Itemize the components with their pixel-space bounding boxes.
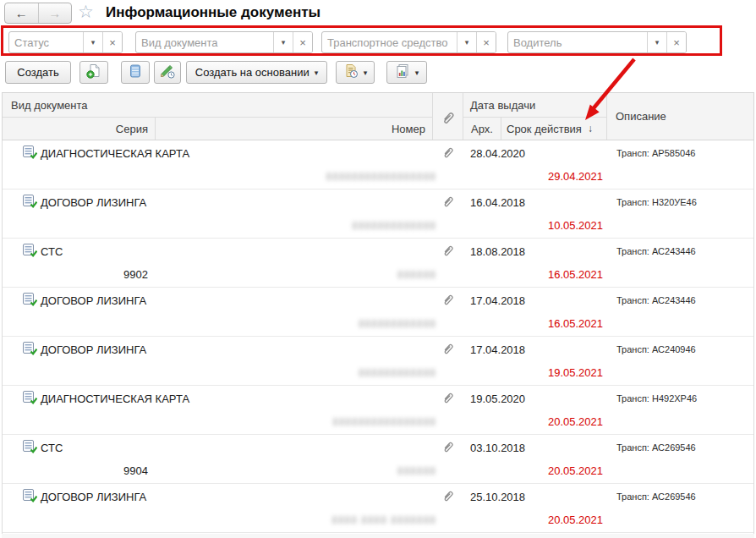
document-posted-icon: [23, 244, 37, 261]
description-cell: Трансп: АС240946: [616, 344, 696, 354]
pencil-clock-icon: [160, 63, 175, 81]
doc-type-cell: СТС: [41, 245, 63, 258]
edit-history-button[interactable]: [154, 61, 181, 84]
vehicle-filter-placeholder[interactable]: Транспортное средство: [322, 32, 457, 52]
favorite-star-icon[interactable]: ☆: [78, 2, 94, 22]
vehicle-filter-field[interactable]: Транспортное средство ▾ ×: [321, 31, 496, 53]
doc-number-redacted: 888888888888: [159, 318, 436, 330]
description-cell: Трансп: АС243446: [616, 246, 696, 256]
expiry-date-cell: 20.05.2021: [463, 513, 603, 526]
doc-kind-filter-field[interactable]: Вид документа ▾ ×: [135, 31, 313, 53]
doc-type-cell: СТС: [41, 442, 63, 454]
doc-type-cell: ДИАГНОСТИЧЕСКАЯ КАРТА: [41, 393, 189, 405]
chevron-down-icon: ▾: [364, 69, 368, 77]
doc-type-cell: ДОГОВОР ЛИЗИНГА: [41, 491, 146, 503]
expiry-date-cell: 20.05.2021: [463, 464, 603, 477]
table-row[interactable]: ДИАГНОСТИЧЕСКАЯ КАРТА 28.04.2020 Трансп:…: [3, 140, 753, 189]
description-cell: Трансп: Н320УЕ46: [616, 197, 697, 207]
page-title: Информационные документы: [106, 4, 320, 21]
create-based-on-label: Создать на основании: [195, 66, 310, 79]
description-cell: Трансп: АС269546: [616, 491, 696, 502]
create-button-label: Создать: [17, 66, 58, 79]
paperclip-icon: [442, 392, 453, 408]
expiry-date-cell: 16.05.2021: [463, 317, 603, 330]
chevron-down-icon[interactable]: ▾: [457, 32, 476, 52]
document-list: ДИАГНОСТИЧЕСКАЯ КАРТА 28.04.2020 Трансп:…: [2, 140, 754, 534]
chevron-down-icon[interactable]: ▾: [647, 32, 666, 52]
paperclip-icon: [442, 490, 453, 506]
status-filter-field[interactable]: Статус ▾ ×: [8, 31, 123, 53]
table-row[interactable]: ДОГОВОР ЛИЗИНГА 25.10.2018 Трансп: АС269…: [3, 484, 753, 533]
chevron-down-icon[interactable]: ▾: [83, 32, 102, 52]
status-filter-placeholder[interactable]: Статус: [9, 32, 83, 52]
column-header-doc-type[interactable]: Вид документа: [3, 93, 433, 118]
paperclip-icon: [442, 195, 453, 211]
create-based-on-button[interactable]: Создать на основании ▾: [186, 61, 327, 84]
document-posted-icon: [23, 293, 37, 310]
document-posted-icon: [23, 391, 37, 408]
forward-arrow-icon: →: [48, 6, 61, 20]
expiry-date-cell: 16.05.2021: [463, 268, 603, 281]
informational-documents-window: ← → ☆ Информационные документы Статус ▾ …: [0, 0, 756, 538]
clear-icon[interactable]: ×: [102, 32, 122, 52]
column-header-issue-date[interactable]: Дата выдачи: [463, 93, 607, 118]
column-header-number[interactable]: Номер: [156, 118, 433, 140]
sort-descending-icon: ↓: [588, 123, 593, 134]
table-row[interactable]: СТС 18.08.2018 Трансп: АС243446 9902 888…: [3, 239, 753, 288]
description-cell: Трансп: АС269546: [616, 442, 696, 453]
document-posted-icon: [23, 489, 37, 506]
table-row[interactable]: СТС 03.10.2018 Трансп: АС269546 9904 888…: [3, 435, 753, 484]
driver-filter-placeholder[interactable]: Водитель: [508, 32, 647, 52]
paperclip-icon: [442, 343, 453, 359]
table-header: Вид документа Дата выдачи Описание Серия…: [2, 92, 754, 140]
issue-date-cell: 17.04.2018: [470, 294, 525, 307]
table-row[interactable]: ДОГОВОР ЛИЗИНГА 17.04.2018 Трансп: АС240…: [3, 337, 753, 386]
issue-date-cell: 25.10.2018: [470, 491, 525, 503]
doc-type-cell: ДОГОВОР ЛИЗИНГА: [41, 343, 146, 356]
new-document-button[interactable]: [79, 61, 108, 84]
issue-date-cell: 03.10.2018: [470, 442, 525, 454]
column-header-expiry[interactable]: Срок действия ↓: [501, 118, 607, 140]
seria-cell: 9904: [3, 464, 148, 477]
issue-date-cell: 28.04.2020: [470, 147, 525, 160]
table-row[interactable]: ДОГОВОР ЛИЗИНГА 16.04.2018 Трансп: Н320У…: [3, 189, 753, 239]
column-header-description[interactable]: Описание: [607, 93, 753, 140]
issue-date-cell: 18.08.2018: [470, 245, 525, 258]
column-header-expiry-label: Срок действия: [507, 123, 582, 135]
document-posted-icon: [23, 342, 37, 359]
reports-menu-button[interactable]: ▾: [386, 61, 427, 84]
column-header-attachment[interactable]: [433, 93, 463, 140]
seria-cell: 9902: [3, 268, 148, 281]
list-view-button[interactable]: [121, 61, 150, 84]
clear-icon[interactable]: ×: [293, 32, 312, 52]
doc-number-redacted: 88888888888888888: [159, 171, 436, 183]
forward-button[interactable]: →: [39, 3, 72, 23]
column-header-arch[interactable]: Арх.: [463, 118, 501, 140]
back-button[interactable]: ←: [5, 3, 39, 23]
table-row[interactable]: ДИАГНОСТИЧЕСКАЯ КАРТА 19.05.2020 Трансп:…: [3, 386, 753, 435]
back-arrow-icon: ←: [15, 6, 28, 20]
chevron-down-icon: ▾: [415, 69, 419, 77]
doc-kind-filter-placeholder[interactable]: Вид документа: [136, 32, 273, 52]
table-bottom-strip: [2, 534, 754, 538]
scheduled-document-menu-button[interactable]: ▾: [336, 61, 375, 84]
issue-date-cell: 17.04.2018: [470, 343, 525, 356]
document-posted-icon: [23, 195, 37, 211]
table-row[interactable]: ДОГОВОР ЛИЗИНГА 17.04.2018 Трансп: АС243…: [3, 288, 753, 337]
chevron-down-icon: ▾: [315, 69, 319, 77]
driver-filter-field[interactable]: Водитель ▾ ×: [507, 31, 687, 53]
doc-number-redacted: 888888888888: [159, 367, 436, 379]
issue-date-cell: 19.05.2020: [470, 393, 525, 405]
clear-icon[interactable]: ×: [666, 32, 686, 52]
expiry-date-cell: 10.05.2021: [463, 219, 603, 232]
create-button[interactable]: Создать: [5, 61, 71, 84]
chevron-down-icon[interactable]: ▾: [273, 32, 293, 52]
document-posted-icon: [23, 145, 37, 162]
new-document-icon: [86, 63, 101, 81]
description-cell: Трансп: АС243446: [616, 295, 696, 305]
expiry-date-cell: 29.04.2021: [463, 170, 603, 183]
column-header-seria[interactable]: Серия: [3, 118, 156, 140]
clear-icon[interactable]: ×: [476, 32, 496, 52]
description-cell: Трансп: Н492ХР46: [616, 393, 697, 404]
issue-date-cell: 16.04.2018: [470, 196, 525, 209]
